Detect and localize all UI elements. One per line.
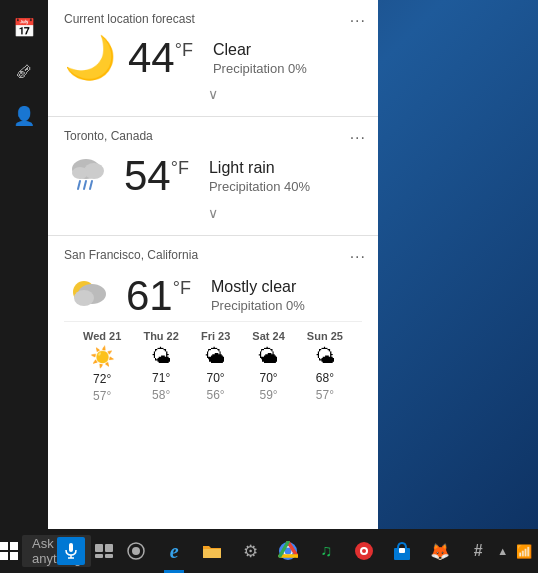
svg-rect-19: [105, 554, 113, 558]
current-chevron[interactable]: ∨: [64, 82, 362, 108]
search-bar[interactable]: Ask me anything: [22, 535, 91, 567]
groove-app[interactable]: [345, 529, 383, 573]
task-view-button[interactable]: [95, 529, 113, 573]
forecast-fri-low: 56°: [207, 388, 225, 402]
chrome-icon: [278, 541, 298, 561]
windows-logo-icon: [0, 542, 18, 560]
toronto-weather-icon: [64, 151, 112, 201]
svg-point-8: [74, 290, 94, 306]
svg-rect-12: [10, 552, 18, 560]
sf-precip: Precipitation 0%: [211, 298, 305, 313]
current-weather-icon: 🌙: [64, 37, 116, 79]
folder-icon: [202, 542, 222, 560]
start-button[interactable]: [0, 529, 18, 573]
forecast-sat-icon: 🌥: [259, 345, 279, 368]
sf-temp-unit: °F: [173, 278, 191, 299]
forecast-thu-low: 58°: [152, 388, 170, 402]
forecast-thu: Thu 22 🌤 71° 58°: [143, 330, 178, 403]
svg-rect-9: [0, 542, 8, 550]
spotify-app[interactable]: ♫: [307, 529, 345, 573]
forecast-sun-label: Sun 25: [307, 330, 343, 342]
tray-chevron[interactable]: ▲: [497, 545, 508, 557]
current-temp-unit: °F: [175, 40, 193, 61]
toronto-condition: Light rain: [209, 159, 310, 177]
forecast-fri-high: 70°: [207, 371, 225, 385]
sf-more-button[interactable]: ···: [350, 248, 366, 266]
forecast-sun: Sun 25 🌤 68° 57°: [307, 330, 343, 403]
taskbar: Ask me anything: [0, 529, 538, 573]
toronto-precip: Precipitation 40%: [209, 179, 310, 194]
current-temp-value: 44: [128, 34, 175, 82]
forecast-wed-low: 57°: [93, 389, 111, 403]
system-tray: ▲ 📶 🔊 6:42 PM 10/21/2015: [497, 529, 538, 573]
store-app[interactable]: [383, 529, 421, 573]
current-more-button[interactable]: ···: [350, 12, 366, 30]
sf-temp-value: 61: [126, 272, 173, 320]
forecast-row: Wed 21 ☀️ 72° 57° Thu 22 🌤 71° 58° Fri 2…: [64, 321, 362, 409]
sf-desc: Mostly clear Precipitation 0%: [211, 278, 305, 313]
forecast-sat-high: 70°: [259, 371, 277, 385]
weather-card-current: Current location forecast ··· 🌙 44 °F Cl…: [48, 0, 378, 117]
toronto-main: 54 °F Light rain Precipitation 40%: [64, 151, 362, 201]
forecast-thu-icon: 🌤: [151, 345, 171, 368]
forecast-sun-low: 57°: [316, 388, 334, 402]
news-icon[interactable]: 🗞: [4, 52, 44, 92]
sf-condition: Mostly clear: [211, 278, 305, 296]
groove-icon: [354, 541, 374, 561]
current-location-label: Current location forecast: [64, 12, 362, 26]
current-main: 🌙 44 °F Clear Precipitation 0%: [64, 34, 362, 82]
svg-rect-13: [69, 543, 73, 552]
forecast-fri-icon: 🌥: [206, 345, 226, 368]
svg-rect-30: [399, 548, 405, 553]
hashtag-app[interactable]: #: [459, 529, 497, 573]
forecast-sat: Sat 24 🌥 70° 59°: [252, 330, 284, 403]
svg-rect-16: [95, 544, 103, 552]
toronto-temp-value: 54: [124, 152, 171, 200]
mic-icon: [65, 543, 77, 559]
forecast-thu-high: 71°: [152, 371, 170, 385]
forecast-sat-label: Sat 24: [252, 330, 284, 342]
forecast-wed-label: Wed 21: [83, 330, 121, 342]
forecast-wed-icon: ☀️: [90, 345, 115, 369]
firefox-app[interactable]: 🦊: [421, 529, 459, 573]
svg-point-21: [132, 547, 140, 555]
svg-line-4: [84, 181, 86, 189]
current-precip: Precipitation 0%: [213, 61, 307, 76]
svg-point-2: [72, 167, 88, 179]
svg-point-28: [362, 549, 366, 553]
cortana-app[interactable]: [117, 529, 155, 573]
calendar-icon[interactable]: 📅: [4, 8, 44, 48]
toronto-temp-unit: °F: [171, 158, 189, 179]
toronto-more-button[interactable]: ···: [350, 129, 366, 147]
chrome-app[interactable]: [269, 529, 307, 573]
desktop: 📅 🗞 👤 Current location forecast ··· 🌙 44…: [0, 0, 538, 573]
microphone-button[interactable]: [57, 537, 85, 565]
sf-temp: 61 °F: [126, 272, 191, 320]
explorer-app[interactable]: [193, 529, 231, 573]
cloud-rain-svg: [64, 151, 112, 195]
toronto-chevron[interactable]: ∨: [64, 201, 362, 227]
people-icon[interactable]: 👤: [4, 96, 44, 136]
forecast-fri-label: Fri 23: [201, 330, 230, 342]
task-view-icon: [95, 544, 113, 558]
forecast-fri: Fri 23 🌥 70° 56°: [201, 330, 230, 403]
current-desc: Clear Precipitation 0%: [213, 41, 307, 76]
weather-card-sf: San Francisco, California ··· 61 °F Most: [48, 236, 378, 417]
sidebar: 📅 🗞 👤: [0, 0, 48, 573]
forecast-sat-low: 59°: [259, 388, 277, 402]
svg-rect-17: [105, 544, 113, 552]
weather-panel: Current location forecast ··· 🌙 44 °F Cl…: [48, 0, 378, 530]
store-icon: [392, 541, 412, 561]
edge-app[interactable]: e: [155, 529, 193, 573]
cortana-icon: [127, 542, 145, 560]
network-icon: 📶: [516, 544, 532, 559]
forecast-thu-label: Thu 22: [143, 330, 178, 342]
current-temp: 44 °F: [128, 34, 193, 82]
toronto-location-label: Toronto, Canada: [64, 129, 362, 143]
svg-rect-22: [203, 549, 221, 558]
forecast-sun-icon: 🌤: [315, 345, 335, 368]
toronto-desc: Light rain Precipitation 40%: [209, 159, 310, 194]
forecast-sun-high: 68°: [316, 371, 334, 385]
settings-app[interactable]: ⚙: [231, 529, 269, 573]
sf-main: 61 °F Mostly clear Precipitation 0%: [64, 270, 362, 321]
